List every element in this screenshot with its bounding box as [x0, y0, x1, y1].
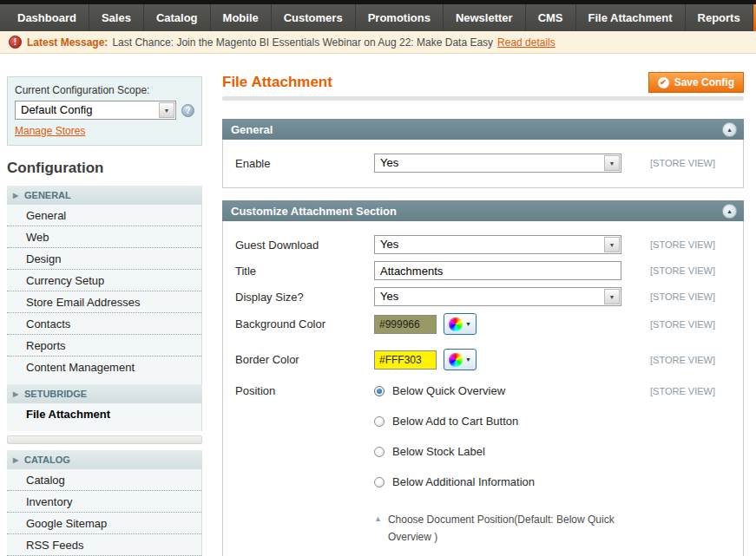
main-menu: Dashboard Sales Catalog Mobile Customers… [0, 4, 756, 31]
save-config-label: Save Config [674, 76, 734, 88]
field-row-guest-download: Guest Download Yes ▼ [STORE VIEW] [235, 235, 731, 254]
sidebar-item-rss-feeds[interactable]: RSS Feeds [7, 534, 201, 556]
note-arrow-icon: ▲ [374, 511, 382, 546]
nav-tab-sales[interactable]: Sales [89, 4, 144, 31]
config-nav: ▶ GENERAL General Web Design Currency Se… [7, 186, 202, 556]
field-row-title: Title [STORE VIEW] [235, 261, 731, 280]
field-row-background-color: Background Color ▼ [STORE VIEW] [235, 313, 731, 335]
guest-download-select[interactable]: Yes ▼ [374, 235, 621, 254]
nav-tab-file-attachment[interactable]: File Attachment [576, 4, 686, 31]
nav-tab-dashboard[interactable]: Dashboard [5, 4, 89, 31]
display-size-label: Display Size? [235, 291, 374, 304]
radio-button-icon[interactable] [374, 447, 385, 457]
sidebar-section-general: ▶ GENERAL [7, 186, 202, 205]
background-color-picker-button[interactable]: ▼ [444, 313, 477, 335]
sidebar-item-design[interactable]: Design [7, 248, 201, 270]
help-icon[interactable]: ? [181, 104, 194, 117]
border-color-picker-button[interactable]: ▼ [444, 349, 477, 370]
chevron-up-icon: ▲ [726, 127, 733, 133]
message-text: Last Chance: Join the Magento BI Essenti… [112, 36, 493, 49]
sidebar-section-setubridge: ▶ SETUBRIDGE [7, 384, 202, 403]
sidebar-item-contacts[interactable]: Contacts [7, 313, 201, 335]
enable-label: Enable [235, 157, 374, 170]
section-general: General ▲ Enable Yes ▼ [STORE VIEW] [222, 119, 744, 188]
nav-tab-label: Customers [284, 11, 343, 24]
section-catalog-items: Catalog Inventory Google Sitemap RSS Fee… [7, 469, 202, 556]
nav-tab-customers[interactable]: Customers [272, 4, 356, 31]
configuration-sidebar: Current Configuration Scope: Default Con… [7, 76, 202, 556]
sidebar-item-inventory[interactable]: Inventory [7, 491, 201, 513]
sidebar-item-currency-setup[interactable]: Currency Setup [7, 270, 201, 291]
nav-tab-promotions[interactable]: Promotions [356, 4, 444, 31]
store-view-scope: [STORE VIEW] [650, 265, 715, 276]
radio-below-stock-label[interactable]: Below Stock Label [374, 445, 621, 458]
guest-download-label: Guest Download [235, 239, 374, 252]
sidebar-item-reports[interactable]: Reports [7, 335, 201, 356]
sidebar-item-store-email-addresses[interactable]: Store Email Addresses [7, 291, 201, 313]
dropdown-arrow-icon[interactable]: ▼ [159, 102, 174, 118]
section-general-items: General Web Design Currency Setup Store … [7, 205, 202, 384]
dropdown-arrow-icon[interactable]: ▼ [604, 237, 620, 252]
collapse-section-button[interactable]: ▲ [722, 204, 737, 219]
dropdown-arrow-icon[interactable]: ▼ [604, 289, 620, 304]
guest-download-select-value: Yes [375, 236, 621, 253]
sidebar-section-catalog: ▶ CATALOG [7, 450, 202, 469]
enable-select[interactable]: Yes ▼ [374, 154, 621, 173]
sidebar-item-catalog[interactable]: Catalog [7, 469, 201, 491]
save-config-button[interactable]: ✔ Save Config [648, 72, 744, 93]
nav-tab-label: Promotions [368, 11, 431, 24]
border-color-label: Border Color [235, 353, 374, 366]
nav-tab-cms[interactable]: CMS [526, 4, 576, 31]
radio-button-icon[interactable] [374, 386, 385, 396]
section-general-header: General ▲ [222, 119, 744, 140]
nav-tab-reports[interactable]: Reports [686, 4, 753, 31]
latest-message-bar: ! Latest Message: Last Chance: Join the … [0, 31, 756, 54]
scope-label: Current Configuration Scope: [15, 84, 194, 96]
manage-stores-link[interactable]: Manage Stores [15, 125, 85, 137]
read-details-link[interactable]: Read details [497, 36, 555, 49]
background-color-input[interactable] [374, 315, 437, 334]
section-arrow-icon: ▶ [7, 192, 24, 200]
nav-tab-label: Newsletter [456, 11, 513, 24]
store-view-scope: [STORE VIEW] [650, 239, 715, 250]
border-color-input[interactable] [374, 350, 437, 370]
title-input[interactable] [374, 261, 621, 280]
store-view-scope: [STORE VIEW] [650, 386, 715, 396]
store-view-scope: [STORE VIEW] [650, 319, 715, 330]
nav-tab-catalog[interactable]: Catalog [144, 4, 211, 31]
sidebar-item-web[interactable]: Web [7, 226, 201, 248]
nav-tab-newsletter[interactable]: Newsletter [444, 4, 526, 31]
nav-tab-label: Catalog [156, 11, 198, 24]
alert-icon: ! [9, 36, 22, 49]
display-size-select[interactable]: Yes ▼ [374, 287, 621, 306]
display-size-select-value: Yes [375, 288, 621, 305]
radio-below-add-to-cart-button[interactable]: Below Add to Cart Button [374, 415, 621, 428]
dropdown-arrow-icon[interactable]: ▼ [604, 155, 620, 171]
title-label: Title [235, 265, 374, 278]
field-row-enable: Enable Yes ▼ [STORE VIEW] [235, 154, 731, 173]
background-color-label: Background Color [235, 317, 374, 330]
field-row-display-size: Display Size? Yes ▼ [STORE VIEW] [235, 287, 731, 306]
section-arrow-icon: ▶ [7, 456, 24, 464]
radio-below-quick-overview[interactable]: Below Quick Overview [374, 384, 621, 397]
nav-tab-mobile[interactable]: Mobile [211, 4, 272, 31]
scope-select[interactable]: Default Config ▼ [15, 101, 176, 120]
section-customize-header: Customize Attachment Section ▲ [222, 200, 744, 221]
radio-button-icon[interactable] [374, 416, 385, 427]
nav-tab-label: Mobile [223, 11, 259, 24]
section-setubridge-items: File Attachment [7, 403, 202, 431]
section-title: Customize Attachment Section [231, 205, 722, 218]
sidebar-item-file-attachment[interactable]: File Attachment [7, 403, 201, 425]
section-arrow-icon: ▶ [7, 390, 24, 398]
sidebar-item-google-sitemap[interactable]: Google Sitemap [7, 513, 201, 534]
sidebar-item-content-management[interactable]: Content Management [7, 356, 201, 378]
nav-tab-label: Sales [102, 11, 131, 24]
sidebar-item-general[interactable]: General [7, 205, 201, 226]
nav-tab-label: File Attachment [588, 11, 673, 24]
radio-button-icon[interactable] [374, 477, 385, 487]
radio-label: Below Stock Label [392, 445, 485, 458]
top-navigation: Dashboard Sales Catalog Mobile Customers… [0, 0, 756, 31]
sidebar-divider-strip [7, 435, 202, 444]
radio-below-additional-information[interactable]: Below Additional Information [374, 475, 621, 488]
collapse-section-button[interactable]: ▲ [722, 122, 737, 137]
